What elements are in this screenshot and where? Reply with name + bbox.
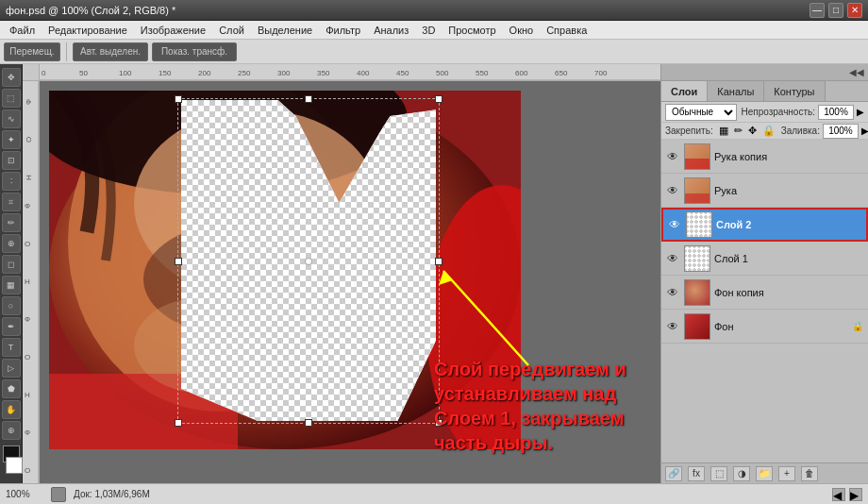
layer-lock-icon: 🔒 [851, 320, 864, 333]
lock-all-btn[interactable]: 🔒 [762, 125, 776, 137]
layer-eye-fon[interactable]: 👁 [665, 319, 680, 334]
tool-magic[interactable]: ✦ [2, 130, 21, 149]
handle-bl[interactable] [175, 419, 182, 427]
layers-blend-row: Обычные Непрозрачность: ▶ [661, 102, 868, 123]
lock-move-btn[interactable]: ✥ [748, 125, 757, 137]
toolbar-transform[interactable]: Показ. трансф. [152, 42, 237, 61]
tool-gradient[interactable]: ▦ [2, 276, 21, 294]
layer-item-fon-kopiya[interactable]: 👁 Фон копия [661, 276, 868, 310]
lock-paint-btn[interactable]: ✏ [734, 125, 743, 137]
menu-layer[interactable]: Слой [213, 23, 250, 38]
handle-bc[interactable] [305, 419, 312, 427]
tool-shape[interactable]: ⬟ [2, 379, 21, 398]
svg-text:150: 150 [159, 69, 172, 77]
layer-mask-btn[interactable]: ⬚ [710, 466, 727, 481]
tool-brush[interactable]: ✏ [2, 213, 21, 232]
layer-eye-sloy1[interactable]: 👁 [665, 251, 680, 266]
layer-eye-ruka[interactable]: 👁 [665, 183, 680, 198]
blend-mode-select[interactable]: Обычные [665, 104, 737, 121]
layer-item-sloy1[interactable]: 👁 Слой 1 [661, 242, 868, 276]
tool-hand[interactable]: ✋ [2, 400, 21, 419]
tool-patch[interactable]: ⌗ [2, 193, 21, 211]
lock-label: Закрепить: [665, 126, 713, 136]
layer-delete-btn[interactable]: 🗑 [801, 466, 818, 481]
layer-effects-btn[interactable]: fx [688, 466, 705, 481]
tool-crop[interactable]: ⊡ [2, 151, 21, 170]
fill-input[interactable] [823, 124, 859, 139]
window-controls: — □ ✕ [810, 3, 862, 18]
handle-ml[interactable] [175, 258, 182, 265]
layer-item-fon[interactable]: 👁 Фон 🔒 [661, 310, 868, 344]
tab-channels[interactable]: Каналы [708, 81, 764, 101]
options-bar: Перемещ. Авт. выделен. Показ. трансф. [0, 40, 868, 64]
tool-lasso[interactable]: ∿ [2, 109, 21, 128]
tool-clone[interactable]: ⊕ [2, 234, 21, 253]
tools-panel: ✥ ⬚ ∿ ✦ ⊡ ∶ ⌗ ✏ ⊕ ◻ ▦ ○ ✒ T ▷ ⬟ ✋ ⊕ [0, 64, 23, 483]
layer-group-btn[interactable]: 📁 [756, 466, 773, 481]
handle-tl[interactable] [175, 95, 182, 103]
tool-text[interactable]: T [2, 338, 21, 357]
svg-text:400: 400 [357, 69, 370, 77]
layer-eye-sloy2[interactable]: 👁 [667, 217, 682, 232]
tool-eyedrop[interactable]: ∶ [2, 172, 21, 191]
status-icon[interactable] [51, 487, 66, 502]
minimize-button[interactable]: — [810, 3, 825, 18]
menu-select[interactable]: Выделение [252, 23, 318, 38]
tab-paths[interactable]: Контуры [764, 81, 825, 101]
menu-edit[interactable]: Редактирование [42, 23, 133, 38]
panel-collapse-btn[interactable]: ◀◀ [849, 67, 864, 77]
handle-tr[interactable] [435, 95, 442, 103]
menu-analysis[interactable]: Анализ [368, 23, 414, 38]
svg-text:Н: Н [25, 391, 30, 399]
layer-eye-fon-kopiya[interactable]: 👁 [665, 285, 680, 300]
menu-window[interactable]: Окно [504, 23, 540, 38]
tool-marquee[interactable]: ⬚ [2, 89, 21, 108]
layer-item-ruka-kopiya[interactable]: 👁 Рука копия [661, 140, 868, 174]
menu-file[interactable]: Файл [4, 23, 41, 38]
layers-bottom-bar: 🔗 fx ⬚ ◑ 📁 + 🗑 [661, 462, 868, 483]
layer-eye-ruka-kopiya[interactable]: 👁 [665, 149, 680, 164]
svg-text:Н: Н [25, 175, 33, 180]
tool-path[interactable]: ▷ [2, 359, 21, 378]
menu-view[interactable]: Просмотр [442, 23, 501, 38]
scroll-left-btn[interactable]: ◀ [832, 488, 845, 501]
layer-item-sloy2[interactable]: 👁 Слой 2 [661, 208, 868, 242]
tool-pen[interactable]: ✒ [2, 317, 21, 336]
opacity-arrow[interactable]: ▶ [857, 107, 864, 117]
layer-link-btn[interactable]: 🔗 [665, 466, 682, 481]
toolbar-move[interactable]: Перемещ. [4, 42, 60, 61]
tool-move[interactable]: ✥ [2, 68, 21, 87]
layers-list[interactable]: 👁 Рука копия 👁 Рука [661, 140, 868, 462]
layer-new-btn[interactable]: + [778, 466, 795, 481]
fill-arrow[interactable]: ▶ [861, 126, 868, 136]
panel-header: ◀◀ [661, 64, 868, 81]
layer-adjust-btn[interactable]: ◑ [733, 466, 750, 481]
lock-transparent-btn[interactable]: ▦ [719, 125, 728, 137]
menu-help[interactable]: Справка [541, 23, 593, 38]
svg-text:0: 0 [42, 69, 46, 77]
tool-eraser[interactable]: ◻ [2, 255, 21, 274]
layer-item-ruka[interactable]: 👁 Рука [661, 174, 868, 208]
scroll-right-btn[interactable]: ▶ [849, 488, 862, 501]
layer-name-ruka-kopiya: Рука копия [714, 151, 864, 162]
tool-zoom[interactable]: ⊕ [2, 421, 21, 440]
maximize-button[interactable]: □ [828, 3, 843, 18]
svg-text:Ф: Ф [25, 428, 30, 437]
menu-filter[interactable]: Фильтр [320, 23, 366, 38]
handle-center[interactable] [305, 258, 312, 265]
background-color[interactable] [6, 457, 23, 474]
opacity-input[interactable] [818, 105, 854, 120]
layer-name-sloy2: Слой 2 [716, 219, 862, 230]
menu-3d[interactable]: 3D [416, 23, 441, 38]
svg-text:Ф: Ф [25, 99, 33, 105]
layer-thumb-ruka [684, 177, 710, 204]
tab-layers[interactable]: Слои [661, 81, 708, 101]
canvas-area[interactable]: 0 50 100 150 200 250 300 350 400 450 500… [23, 64, 660, 483]
toolbar-auto[interactable]: Авт. выделен. [73, 42, 148, 61]
svg-text:О: О [25, 353, 30, 361]
handle-tc[interactable] [305, 95, 312, 103]
tool-dodge[interactable]: ○ [2, 296, 21, 315]
menu-image[interactable]: Изображение [135, 23, 211, 38]
close-button[interactable]: ✕ [847, 3, 862, 18]
status-controls: ◀ ▶ [832, 488, 862, 501]
